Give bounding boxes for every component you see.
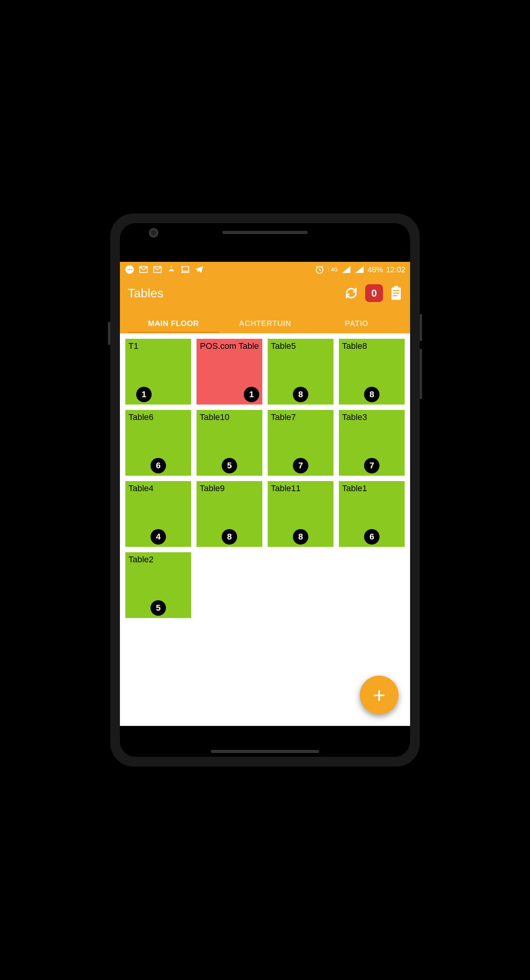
tab-main-floor[interactable]: MAIN FLOOR xyxy=(128,314,219,333)
badge-count: 0 xyxy=(371,287,377,299)
main-content: T11POS.com Table1Table58Table88Table66Ta… xyxy=(120,333,410,726)
phone-side-button xyxy=(420,349,422,399)
table-seat-count: 1 xyxy=(244,387,259,402)
tab-achtertuin[interactable]: ACHTERTUIN xyxy=(219,314,311,333)
table-card[interactable]: Table66 xyxy=(125,410,191,476)
table-card[interactable]: Table88 xyxy=(339,339,405,405)
table-seat-count: 8 xyxy=(364,387,380,402)
table-name-label: T1 xyxy=(128,341,188,351)
tables-grid: T11POS.com Table1Table58Table88Table66Ta… xyxy=(125,339,405,618)
table-card[interactable]: Table98 xyxy=(197,481,262,547)
svg-rect-14 xyxy=(394,286,398,289)
table-seat-count: 8 xyxy=(293,529,308,545)
add-button[interactable]: + xyxy=(360,676,398,714)
clipboard-button[interactable] xyxy=(390,286,402,300)
table-seat-count: 4 xyxy=(150,529,166,545)
phone-speaker xyxy=(222,231,308,234)
phone-camera xyxy=(149,228,158,237)
table-seat-count: 6 xyxy=(150,458,166,473)
phone-side-button xyxy=(108,322,110,345)
table-seat-count: 7 xyxy=(293,458,308,473)
table-seat-count: 1 xyxy=(136,387,152,402)
message-icon xyxy=(125,265,135,275)
gmail-icon xyxy=(152,265,162,275)
phone-side-button xyxy=(420,314,422,341)
signal-icon xyxy=(341,265,351,275)
table-card[interactable]: Table105 xyxy=(197,410,262,476)
table-name-label: Table10 xyxy=(200,412,259,422)
svg-point-3 xyxy=(131,269,132,270)
table-card[interactable]: T11 xyxy=(125,339,191,405)
table-name-label: Table3 xyxy=(342,412,402,422)
table-seat-count: 6 xyxy=(364,529,380,545)
table-seat-count: 5 xyxy=(222,458,237,473)
table-name-label: Table1 xyxy=(342,483,402,493)
table-name-label: Table6 xyxy=(128,412,188,422)
notification-badge[interactable]: 0 xyxy=(365,284,383,302)
table-card[interactable]: Table118 xyxy=(268,481,333,547)
svg-line-12 xyxy=(322,266,323,267)
app-header: Tables 0 xyxy=(120,277,410,333)
table-card[interactable]: POS.com Table1 xyxy=(197,339,262,405)
laptop-icon xyxy=(180,265,190,275)
missed-call-icon xyxy=(166,265,176,275)
page-title: Tables xyxy=(128,286,164,300)
battery-percent: 48% xyxy=(368,265,383,274)
tab-patio[interactable]: PATIO xyxy=(311,314,402,333)
clock-time: 12:02 xyxy=(386,265,405,274)
tabs-row: MAIN FLOORACHTERTUINPATIO xyxy=(128,314,402,333)
phone-device-frame: : 4G 48% 12:02 Tables xyxy=(110,213,420,767)
table-name-label: Table9 xyxy=(200,483,259,493)
phone-speaker xyxy=(211,750,319,753)
sync-button[interactable] xyxy=(344,286,358,300)
table-name-label: Table2 xyxy=(128,555,188,565)
table-name-label: POS.com Table xyxy=(200,341,259,351)
table-name-label: Table4 xyxy=(128,483,188,493)
signal-icon xyxy=(354,265,364,275)
table-seat-count: 5 xyxy=(150,600,166,616)
table-card[interactable]: Table25 xyxy=(125,552,191,618)
table-seat-count: 8 xyxy=(222,529,237,545)
svg-point-2 xyxy=(129,269,130,270)
table-name-label: Table11 xyxy=(271,483,330,493)
svg-line-10 xyxy=(320,270,321,271)
table-card[interactable]: Table44 xyxy=(125,481,191,547)
plus-icon: + xyxy=(373,683,386,708)
svg-line-11 xyxy=(316,266,318,267)
table-name-label: Table7 xyxy=(271,412,330,422)
table-card[interactable]: Table37 xyxy=(339,410,405,476)
network-type: : 4G xyxy=(328,266,338,273)
svg-rect-15 xyxy=(393,290,399,291)
table-name-label: Table8 xyxy=(342,341,402,351)
svg-rect-16 xyxy=(393,293,399,294)
table-card[interactable]: Table77 xyxy=(268,410,333,476)
table-name-label: Table5 xyxy=(271,341,330,351)
table-seat-count: 8 xyxy=(293,387,308,402)
status-bar: : 4G 48% 12:02 xyxy=(120,262,410,277)
table-seat-count: 7 xyxy=(364,458,380,473)
table-card[interactable]: Table58 xyxy=(268,339,333,405)
gmail-icon xyxy=(138,265,149,275)
svg-rect-6 xyxy=(182,266,188,271)
alarm-icon xyxy=(315,265,325,275)
table-card[interactable]: Table16 xyxy=(339,481,405,547)
app-screen: : 4G 48% 12:02 Tables xyxy=(120,262,410,726)
telegram-icon xyxy=(194,265,204,275)
svg-point-1 xyxy=(127,269,128,270)
svg-rect-17 xyxy=(393,295,397,296)
